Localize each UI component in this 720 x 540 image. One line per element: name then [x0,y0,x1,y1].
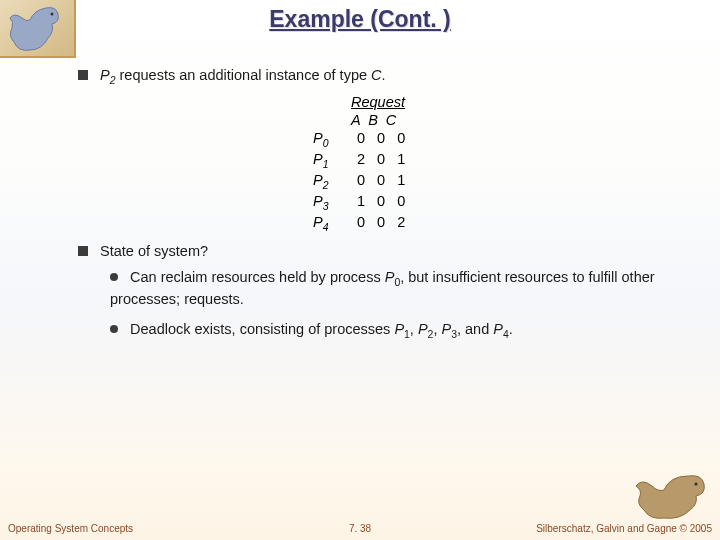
text: , [410,321,418,337]
text: . [509,321,513,337]
corner-logo [0,0,76,58]
sub-bullet-reclaim: Can reclaim resources held by process P0… [110,268,690,310]
table-row: P0 0 0 0 [313,130,690,149]
text: , and [457,321,493,337]
square-bullet-icon [78,70,88,80]
footer: Operating System Concepts 7. 38 Silbersc… [8,523,712,534]
bullet-state-of-system: State of system? [78,242,690,262]
table-header: Request [351,94,690,110]
text: P [418,321,428,337]
disc-bullet-icon [110,273,118,281]
text: C [371,67,381,83]
text: P [493,321,503,337]
request-table: Request A B C P0 0 0 0 P1 2 0 1 P2 0 0 1… [313,94,690,232]
table-row: P4 0 0 2 [313,214,690,233]
text: . [382,67,386,83]
footer-page-number: 7. 38 [349,523,371,534]
text: P [385,269,395,285]
svg-point-0 [51,13,54,16]
square-bullet-icon [78,246,88,256]
footer-copyright: Silberschatz, Galvin and Gagne © 2005 [536,523,712,534]
text: Can reclaim resources held by process [130,269,385,285]
text: P [441,321,451,337]
page-title: Example (Cont. ) [0,0,720,33]
table-row: P3 1 0 0 [313,193,690,212]
dinosaur-icon [4,2,64,56]
table-row: P1 2 0 1 [313,151,690,170]
text: P [100,67,110,83]
table-row: P2 0 0 1 [313,172,690,191]
disc-bullet-icon [110,325,118,333]
table-columns: A B C [351,112,690,128]
bullet-p2-request: P2 requests an additional instance of ty… [78,66,690,88]
sub-bullet-deadlock: Deadlock exists, consisting of processes… [110,320,690,342]
text: requests an additional instance of type [116,67,372,83]
svg-point-1 [694,482,697,485]
text: State of system? [100,243,208,259]
footer-left: Operating System Concepts [8,523,133,534]
text: Deadlock exists, consisting of processes [130,321,394,337]
content-area: P2 requests an additional instance of ty… [78,66,690,351]
text: P [394,321,404,337]
dinosaur-footer-icon [632,470,712,520]
sublist: Can reclaim resources held by process P0… [110,268,690,342]
